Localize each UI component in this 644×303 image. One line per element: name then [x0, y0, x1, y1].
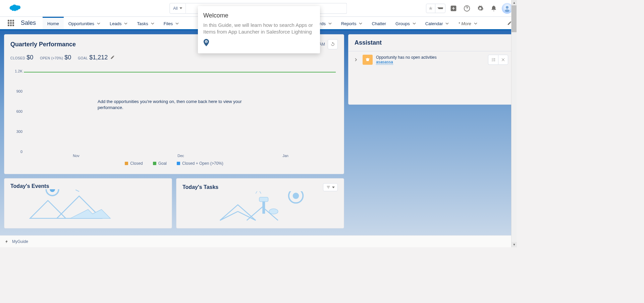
main-content: Quarterly Performance AM CLOSED$0 OPEN (…	[0, 30, 517, 235]
chevron-down-icon	[445, 22, 449, 25]
x-tick: Dec	[128, 154, 233, 158]
nav-more-label: * More	[458, 21, 471, 26]
events-illustration	[4, 189, 172, 223]
chevron-down-icon	[413, 22, 416, 25]
popover-body: In this Guide, we will learn how to sear…	[203, 22, 315, 36]
scroll-up-arrow[interactable]: ▲	[512, 0, 517, 5]
nav-label: Reports	[341, 21, 357, 26]
chevron-down-icon	[151, 22, 154, 25]
nav-item-more[interactable]: * More	[453, 17, 482, 29]
chevron-down-icon	[359, 22, 362, 25]
nav-label: Tasks	[137, 21, 148, 26]
nav-item-files[interactable]: Files	[159, 17, 183, 29]
events-title: Today's Events	[10, 183, 49, 189]
nav-label: Home	[47, 21, 59, 26]
nav-label: Leads	[110, 21, 121, 26]
global-create-button[interactable]	[448, 3, 459, 14]
scroll-down-arrow[interactable]: ▼	[512, 242, 517, 247]
footer-bar: MyGuide	[0, 235, 517, 247]
todays-tasks-card: Today's Tasks	[176, 178, 344, 229]
legend-open: Closed + Open (>70%)	[177, 161, 223, 166]
goal-value: $1,212	[89, 54, 108, 61]
todays-events-card: Today's Events	[4, 178, 172, 229]
y-tick: 0	[10, 150, 22, 154]
y-tick: 1.2K	[10, 69, 22, 73]
footer-label: MyGuide	[12, 239, 28, 244]
chevron-down-icon	[97, 22, 100, 25]
lightning-icon	[5, 239, 9, 244]
chevron-right-icon	[354, 58, 358, 61]
scroll-thumb[interactable]	[512, 5, 517, 32]
svg-point-3	[505, 9, 509, 12]
y-tick: 900	[10, 89, 22, 93]
close-icon	[501, 58, 505, 62]
nav-item-home[interactable]: Home	[43, 17, 64, 29]
svg-rect-9	[259, 197, 268, 202]
svg-point-5	[50, 189, 55, 192]
y-tick: 600	[10, 109, 22, 113]
checklist-icon	[491, 57, 496, 62]
app-launcher-button[interactable]	[4, 17, 17, 29]
nav-item-groups[interactable]: Groups	[391, 17, 421, 29]
search-scope-select[interactable]: All	[169, 3, 186, 14]
tasks-title: Today's Tasks	[182, 184, 218, 190]
search-icon	[190, 6, 194, 11]
expand-button[interactable]	[353, 56, 359, 63]
open-label: OPEN (>70%)	[40, 56, 63, 60]
chevron-down-icon	[175, 22, 179, 25]
favorites-button[interactable]	[426, 4, 445, 13]
guide-pin-icon: G	[203, 39, 209, 46]
nav-item-opportunities[interactable]: Opportunities	[64, 17, 105, 29]
closed-label: CLOSED	[10, 56, 25, 60]
nav-item-calendar[interactable]: Calendar	[421, 17, 454, 29]
assistant-item: Opportunity has no open activities asasa…	[348, 51, 512, 68]
nav-item-reports[interactable]: Reports	[336, 17, 367, 29]
chevron-down-icon	[180, 7, 182, 9]
chevron-down-icon	[474, 22, 477, 25]
svg-text:G: G	[205, 41, 207, 43]
assistant-checklist-button[interactable]	[488, 55, 498, 65]
welcome-popover: Welcome In this Guide, we will learn how…	[198, 6, 320, 53]
nav-item-tasks[interactable]: Tasks	[132, 17, 159, 29]
y-tick: 300	[10, 130, 22, 134]
svg-point-2	[506, 6, 508, 9]
waffle-icon	[8, 20, 14, 26]
opportunity-icon	[363, 55, 373, 65]
closed-value: $0	[26, 54, 33, 61]
goal-line	[24, 72, 336, 72]
assistant-card: Assistant Opportunity has no open activi…	[348, 34, 513, 105]
svg-point-7	[293, 193, 299, 199]
salesforce-logo	[7, 3, 21, 13]
assistant-dismiss-button[interactable]	[498, 55, 508, 65]
legend-goal: Goal	[153, 161, 167, 166]
chevron-down-icon	[124, 22, 127, 25]
search-scope-label: All	[173, 6, 177, 11]
nav-label: Calendar	[425, 21, 443, 26]
legend-closed: Closed	[125, 161, 143, 166]
pencil-icon	[110, 55, 115, 59]
nav-label: Groups	[395, 21, 410, 26]
tasks-illustration	[176, 191, 344, 225]
x-tick: Nov	[24, 154, 128, 158]
astro-icon	[503, 4, 511, 12]
svg-point-10	[269, 209, 278, 214]
star-icon	[426, 4, 435, 13]
assistant-item-link[interactable]: asasassa	[376, 60, 393, 65]
nav-label: Opportunities	[68, 21, 94, 26]
nav-item-chatter[interactable]: Chatter	[367, 17, 391, 29]
setup-gear-button[interactable]	[475, 3, 486, 14]
tasks-filter-button[interactable]	[323, 183, 338, 191]
assistant-item-text: Opportunity has no open activities	[376, 55, 485, 60]
nav-item-leads[interactable]: Leads	[105, 17, 132, 29]
quarterly-performance-card: Quarterly Performance AM CLOSED$0 OPEN (…	[4, 34, 344, 174]
svg-rect-8	[262, 200, 265, 214]
assistant-title: Assistant	[348, 35, 512, 51]
vertical-scrollbar[interactable]: ▲ ▼	[511, 0, 517, 247]
x-tick: Jan	[233, 154, 338, 158]
nav-label: Chatter	[372, 21, 386, 26]
chart-empty-message: Add the opportunities you're working on,…	[98, 99, 252, 111]
help-button[interactable]	[462, 3, 472, 14]
refresh-button[interactable]	[328, 39, 338, 49]
edit-goal-button[interactable]	[110, 56, 115, 60]
notifications-button[interactable]	[488, 3, 499, 14]
